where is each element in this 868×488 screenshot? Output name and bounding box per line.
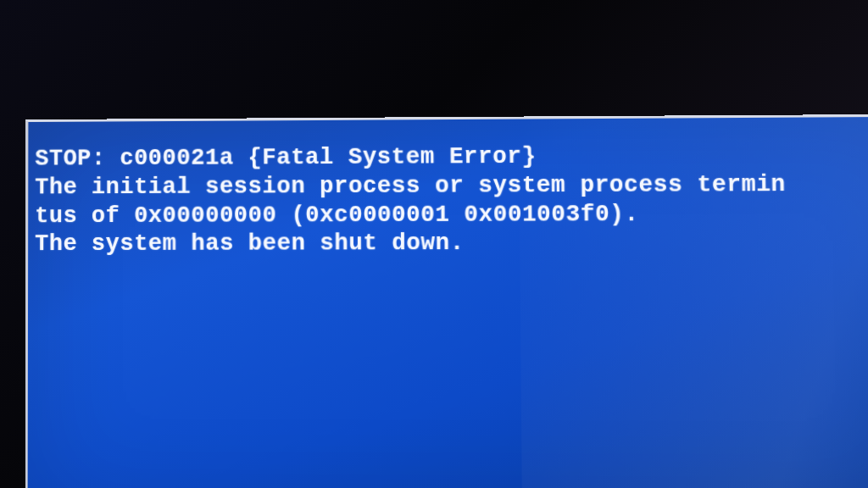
bsod-shutdown-notice: The system has been shut down. bbox=[35, 229, 868, 259]
bsod-description-2: tus of 0x00000000 (0xc0000001 0x001003f0… bbox=[35, 199, 868, 230]
bsod-message: STOP: c000021a {Fatal System Error} The … bbox=[35, 141, 868, 259]
bsod-screen: STOP: c000021a {Fatal System Error} The … bbox=[25, 114, 868, 488]
bsod-stop-code: STOP: c000021a {Fatal System Error} bbox=[35, 141, 868, 174]
bsod-description-1: The initial session process or system pr… bbox=[35, 170, 868, 202]
monitor-bezel: STOP: c000021a {Fatal System Error} The … bbox=[0, 0, 868, 488]
